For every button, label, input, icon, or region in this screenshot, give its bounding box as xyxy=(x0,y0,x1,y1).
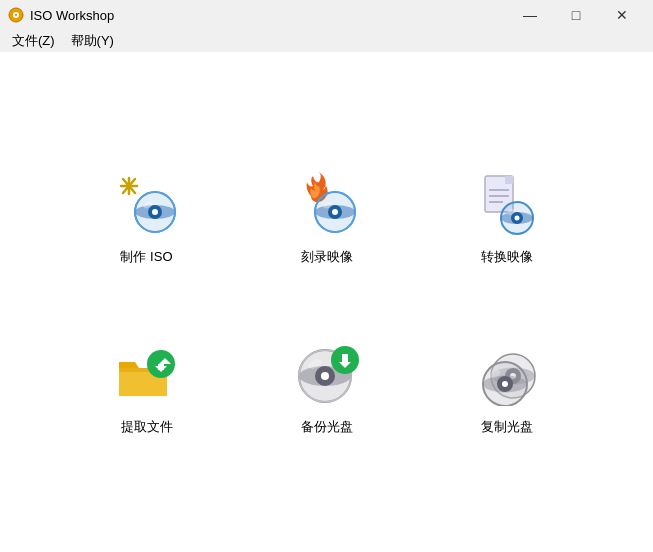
convert-image-icon xyxy=(471,168,543,240)
burn-image-label: 刻录映像 xyxy=(301,248,353,266)
make-iso-item[interactable]: 制作 ISO xyxy=(67,137,227,297)
convert-image-label: 转换映像 xyxy=(481,248,533,266)
svg-point-11 xyxy=(152,209,158,215)
make-iso-label: 制作 ISO xyxy=(120,248,172,266)
main-content: 制作 ISO xyxy=(0,52,653,552)
menu-help[interactable]: 帮助(Y) xyxy=(63,30,122,52)
extract-files-label: 提取文件 xyxy=(121,418,173,436)
feature-grid: 制作 ISO xyxy=(67,137,587,467)
backup-disc-label: 备份光盘 xyxy=(301,418,353,436)
menu-file[interactable]: 文件(Z) xyxy=(4,30,63,52)
extract-files-icon xyxy=(111,338,183,410)
extract-files-item[interactable]: 提取文件 xyxy=(67,307,227,467)
svg-point-18 xyxy=(332,209,338,215)
svg-point-56 xyxy=(502,381,508,387)
make-iso-icon xyxy=(111,168,183,240)
svg-point-31 xyxy=(514,216,519,221)
close-button[interactable]: ✕ xyxy=(599,0,645,30)
app-icon xyxy=(8,7,24,23)
copy-disc-icon xyxy=(471,338,543,410)
copy-disc-item[interactable]: 复制光盘 xyxy=(427,307,587,467)
svg-point-41 xyxy=(321,372,329,380)
burn-image-icon xyxy=(291,168,363,240)
backup-disc-item[interactable]: 备份光盘 xyxy=(247,307,407,467)
copy-disc-label: 复制光盘 xyxy=(481,418,533,436)
backup-disc-icon xyxy=(291,338,363,410)
convert-image-item[interactable]: 转换映像 xyxy=(427,137,587,297)
app-title: ISO Workshop xyxy=(30,8,507,23)
menu-bar: 文件(Z) 帮助(Y) xyxy=(0,30,653,52)
maximize-button[interactable]: □ xyxy=(553,0,599,30)
burn-image-item[interactable]: 刻录映像 xyxy=(247,137,407,297)
svg-rect-23 xyxy=(505,176,513,184)
window-controls: — □ ✕ xyxy=(507,0,645,30)
svg-point-2 xyxy=(15,14,17,16)
title-bar: ISO Workshop — □ ✕ xyxy=(0,0,653,30)
minimize-button[interactable]: — xyxy=(507,0,553,30)
svg-rect-46 xyxy=(342,354,348,363)
